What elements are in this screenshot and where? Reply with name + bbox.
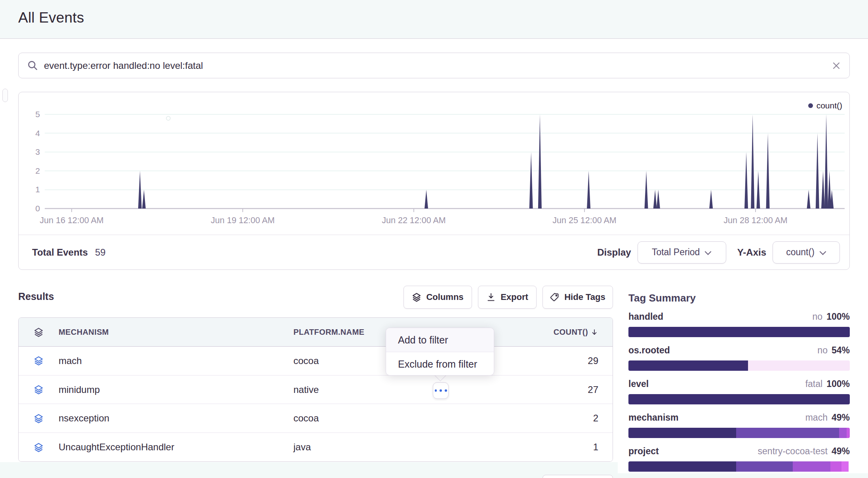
column-header-count[interactable]: COUNT() (515, 328, 613, 337)
svg-text:Jun 22 12:00 AM: Jun 22 12:00 AM (382, 216, 445, 225)
svg-text:Jun 16 12:00 AM: Jun 16 12:00 AM (40, 216, 103, 225)
tag-top-value: sentry-cocoa-test (758, 446, 828, 457)
stack-icon (19, 356, 59, 366)
tag-distribution-bar[interactable] (628, 428, 850, 438)
bar-segment (847, 428, 850, 438)
cell-count: 1 (515, 442, 613, 453)
tag-icon (550, 292, 560, 302)
bar-segment (841, 461, 849, 472)
stack-icon (412, 292, 421, 302)
tag-distribution-bar[interactable] (628, 327, 850, 337)
results-heading: Results (18, 291, 54, 302)
pagination-button[interactable] (542, 475, 613, 478)
clear-search-icon[interactable] (830, 60, 842, 72)
tag-summary-heading: Tag Summary (628, 292, 850, 304)
dot (435, 389, 437, 392)
tag-name[interactable]: mechanism (628, 412, 679, 423)
tag-top-value: no (813, 311, 823, 322)
events-chart-panel: 012345Jun 16 12:00 AMJun 19 12:00 AMJun … (18, 92, 850, 270)
chevron-down-icon (819, 251, 826, 255)
hide-tags-button-label: Hide Tags (564, 292, 605, 302)
display-label: Display (597, 247, 631, 258)
table-row[interactable]: nsexception cocoa 2 (19, 404, 613, 433)
cell-count: 29 (515, 355, 613, 366)
download-icon (486, 292, 496, 302)
chevron-down-icon (704, 251, 712, 255)
svg-text:Jun 28 12:00 AM: Jun 28 12:00 AM (723, 216, 787, 225)
display-dropdown-value: Total Period (652, 247, 700, 258)
search-bar[interactable]: event.type:error handled:no level:fatal (18, 53, 850, 78)
svg-text:0: 0 (35, 204, 40, 213)
bar-segment (748, 360, 850, 371)
tag-entry: level fatal 100% (628, 379, 850, 404)
tag-entry: os.rooted no 54% (628, 345, 850, 371)
bar-segment (736, 428, 839, 438)
yaxis-label: Y-Axis (737, 247, 766, 258)
tag-entry: mechanism mach 49% (628, 412, 850, 438)
column-header-count-label: COUNT() (554, 328, 588, 337)
tag-name[interactable]: level (628, 379, 649, 389)
dot (440, 389, 442, 392)
tag-distribution-bar[interactable] (628, 461, 850, 472)
tag-name[interactable]: os.rooted (628, 345, 670, 356)
search-icon (27, 60, 38, 71)
tag-entry: project sentry-cocoa-test 49% (628, 446, 850, 472)
columns-button-label: Columns (426, 292, 463, 302)
cell-platform: cocoa (293, 413, 515, 424)
cell-mechanism: minidump (59, 384, 293, 395)
chart-legend[interactable]: count() (808, 101, 842, 110)
page-header: All Events (0, 0, 868, 39)
table-row[interactable]: minidump native 27 (19, 376, 613, 404)
tag-top-value: no (817, 345, 828, 356)
tag-top-percent: 100% (826, 379, 850, 389)
stack-icon (19, 414, 59, 423)
svg-text:5: 5 (35, 110, 40, 119)
menu-item-exclude-from-filter[interactable]: Exclude from filter (386, 352, 494, 376)
cell-mechanism: mach (59, 355, 293, 366)
bar-segment (839, 428, 847, 438)
display-dropdown[interactable]: Total Period (638, 241, 726, 264)
bar-segment (628, 360, 748, 371)
page-title: All Events (18, 9, 84, 26)
cell-count: 27 (515, 384, 613, 395)
bar-segment (830, 461, 841, 472)
tag-distribution-bar[interactable] (628, 360, 850, 371)
sort-desc-icon (590, 328, 598, 336)
search-input[interactable]: event.type:error handled:no level:fatal (44, 60, 203, 71)
cell-actions-button[interactable] (433, 382, 449, 399)
table-row[interactable]: UncaughtExceptionHandler java 1 (19, 433, 613, 462)
svg-text:Jun 25 12:00 AM: Jun 25 12:00 AM (552, 216, 616, 225)
hide-tags-button[interactable]: Hide Tags (542, 286, 613, 309)
total-events-label: Total Events (32, 247, 88, 258)
export-button[interactable]: Export (478, 286, 537, 309)
table-row[interactable]: mach cocoa 29 (19, 347, 613, 376)
cell-context-menu: Add to filter Exclude from filter (386, 328, 494, 376)
columns-button[interactable]: Columns (404, 286, 472, 309)
stack-icon (19, 385, 59, 395)
svg-text:Jun 19 12:00 AM: Jun 19 12:00 AM (211, 216, 274, 225)
yaxis-dropdown-value: count() (786, 247, 815, 258)
bar-segment (736, 461, 793, 472)
bar-segment (628, 461, 736, 472)
results-table: MECHANISM PLATFORM.NAME COUNT() mach coc… (18, 317, 613, 462)
yaxis-dropdown[interactable]: count() (773, 241, 840, 264)
tag-distribution-bar[interactable] (628, 394, 850, 404)
bar-segment (628, 428, 736, 438)
tag-top-value: fatal (805, 379, 822, 389)
menu-item-add-to-filter[interactable]: Add to filter (386, 328, 494, 352)
stack-icon (19, 442, 59, 452)
sidebar-collapse-handle[interactable] (2, 89, 8, 102)
tag-name[interactable]: project (628, 446, 659, 457)
tag-top-percent: 100% (826, 311, 850, 322)
tag-summary: Tag Summary (628, 292, 850, 304)
legend-dot (808, 103, 813, 108)
column-header-mechanism[interactable]: MECHANISM (59, 328, 293, 337)
chart-footer: Total Events 59 Display Total Period Y-A… (19, 235, 849, 269)
bar-segment (628, 394, 850, 404)
tag-top-percent: 54% (832, 345, 850, 356)
tag-name[interactable]: handled (628, 311, 663, 322)
dot (445, 389, 447, 392)
svg-text:4: 4 (35, 129, 40, 138)
stack-icon[interactable] (19, 327, 59, 337)
total-events-value: 59 (95, 247, 106, 258)
